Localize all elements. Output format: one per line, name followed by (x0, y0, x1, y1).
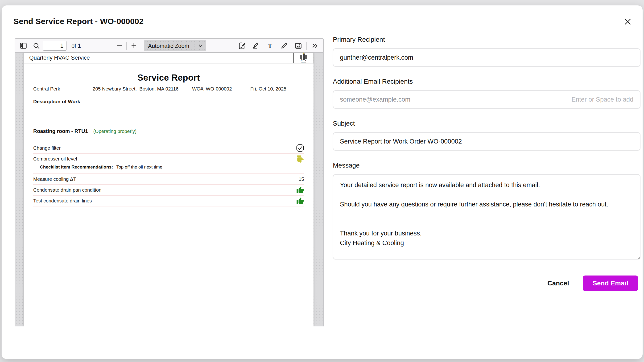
draw-tool-button[interactable] (278, 39, 290, 53)
signature-tool-button[interactable] (235, 39, 248, 53)
zoom-out-button[interactable] (114, 39, 125, 53)
checklist-row: Compresser oil levelChecklist Item Recom… (33, 154, 304, 174)
additional-recipients-label: Additional Email Recipients (333, 78, 640, 86)
search-button[interactable] (30, 39, 42, 53)
close-button[interactable] (621, 15, 634, 28)
svg-text:HEATING: HEATING (301, 62, 306, 63)
double-chevron-right-icon (311, 42, 319, 50)
thumb-up-icon (296, 186, 304, 194)
dialog-actions: Cancel Send Email (333, 276, 640, 291)
sidebar-toggle-button[interactable] (17, 39, 30, 53)
svg-text:T: T (268, 42, 272, 49)
highlighter-icon (252, 42, 260, 50)
checklist-row: Measure cooling ΔT15 (33, 174, 304, 185)
subject-label: Subject (333, 120, 640, 128)
report-title: Service Report (24, 73, 314, 83)
dialog-title: Send Service Report - WO-000002 (14, 17, 144, 26)
svg-text:CITY: CITY (301, 59, 306, 62)
message-label: Message (333, 162, 640, 170)
checklist-item-label: Condensate drain pan condition (33, 187, 102, 193)
pdf-viewer: of 1 Automatic Zoom T (14, 38, 324, 326)
page-count-label: of 1 (72, 39, 81, 53)
work-order-number: WO#: WO-000002 (192, 86, 232, 92)
checklist-item-result: 15 (295, 176, 304, 182)
page-number-input[interactable] (43, 41, 66, 51)
additional-recipients-field[interactable]: Enter or Space to add (333, 90, 640, 109)
checklist-item-label: Compresser oil level (33, 156, 77, 162)
text-tool-button[interactable]: T (264, 39, 276, 53)
more-tools-button[interactable] (308, 39, 321, 53)
chevron-down-icon (197, 43, 204, 49)
pdf-viewport[interactable]: Quarterly HVAC Service CITY HEATING Serv… (14, 52, 324, 326)
customer-address: 205 Newbury Street, Boston, MA 02116 (93, 86, 178, 92)
description-value: - (33, 106, 314, 112)
image-tool-button[interactable] (292, 39, 304, 53)
zoom-level-select[interactable]: Automatic Zoom (144, 40, 206, 52)
pdf-toolbar: of 1 Automatic Zoom T (14, 38, 324, 52)
checklist-item-recommendation: Checklist Item Recommendations:Top off t… (33, 164, 304, 174)
checklist-item-result (295, 197, 304, 205)
pdf-page: Quarterly HVAC Service CITY HEATING Serv… (24, 52, 314, 326)
cancel-button[interactable]: Cancel (547, 280, 569, 287)
search-icon (32, 42, 40, 50)
thumb-neutral-icon (296, 155, 304, 163)
pen-icon (280, 42, 288, 50)
send-report-dialog: Send Service Report - WO-000002 of 1 Aut… (2, 5, 643, 359)
plus-icon (130, 42, 138, 50)
checklist-item-label: Change filter (33, 145, 60, 151)
image-icon (294, 42, 302, 50)
checklist-row: Condensate drain pan condition (33, 185, 304, 196)
checklist-item-result (295, 186, 304, 194)
asset-status: (Operating properly) (93, 128, 136, 134)
sidebar-toggle-icon (19, 42, 27, 50)
zoom-level-value: Automatic Zoom (144, 43, 197, 49)
report-info-row: Central Perk 205 Newbury Street, Boston,… (24, 86, 314, 92)
customer-name: Central Perk (33, 86, 60, 92)
report-header: Quarterly HVAC Service CITY HEATING (24, 52, 314, 64)
checklist-row: Test condensate drain lines (33, 196, 304, 206)
checklist-item-label: Measure cooling ΔT (33, 176, 76, 182)
message-textarea[interactable]: Your detailed service report is now avai… (333, 174, 640, 260)
text-icon: T (266, 42, 274, 50)
email-form: Primary Recipient Additional Email Recip… (333, 36, 640, 291)
checklist: Change filterCompresser oil levelCheckli… (33, 143, 304, 206)
primary-recipient-input[interactable] (333, 48, 640, 67)
highlight-tool-button[interactable] (250, 39, 262, 53)
asset-name: Roasting room - RTU1 (33, 128, 88, 134)
checkbox-checked-icon (296, 144, 304, 152)
zoom-in-button[interactable] (128, 39, 139, 53)
checklist-item-label: Test condensate drain lines (33, 198, 92, 204)
signature-icon (238, 42, 246, 50)
primary-recipient-label: Primary Recipient (333, 36, 640, 44)
company-logo: CITY HEATING (294, 53, 313, 63)
checklist-row: Change filter (33, 143, 304, 154)
subject-input[interactable] (333, 132, 640, 150)
close-icon (624, 18, 632, 26)
additional-recipients-input[interactable] (340, 96, 572, 103)
minus-icon (116, 42, 123, 50)
toolbar-divider (306, 42, 307, 50)
additional-recipients-hint: Enter or Space to add (572, 96, 634, 103)
description-heading: Description of Work (33, 99, 314, 104)
asset-line: Roasting room - RTU1 (Operating properly… (33, 128, 314, 134)
toolbar-divider (126, 42, 126, 50)
thumb-up-icon (296, 197, 304, 205)
service-name-field: Quarterly HVAC Service (24, 53, 294, 63)
company-logo-icon: CITY HEATING (299, 52, 308, 63)
checklist-item-result (295, 155, 304, 163)
report-date: Fri, Oct 10, 2025 (250, 86, 286, 92)
send-email-button[interactable]: Send Email (583, 276, 638, 291)
checklist-item-result (295, 144, 304, 152)
